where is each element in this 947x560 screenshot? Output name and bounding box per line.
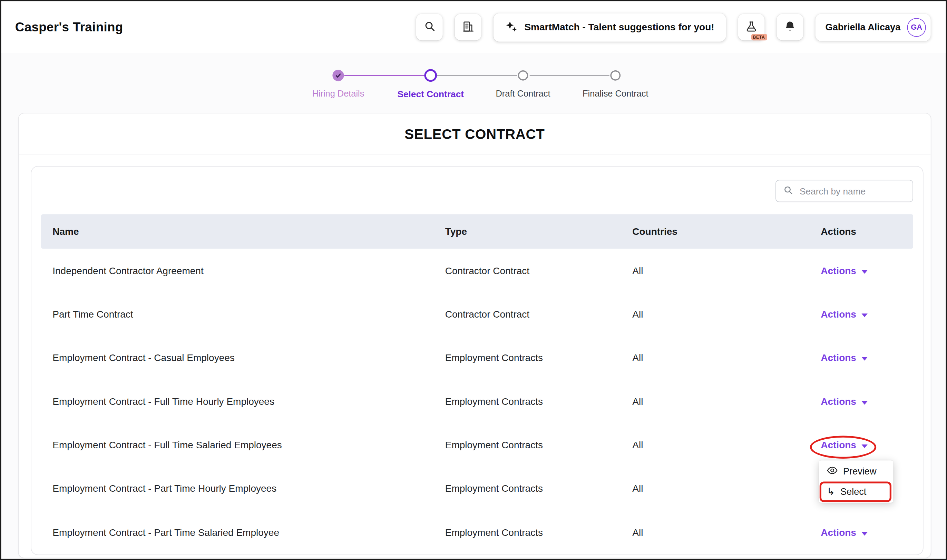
row-actions-button[interactable]: Actions — [821, 396, 868, 407]
actions-label: Actions — [821, 440, 856, 451]
table-row: Employment Contract - Full Time Salaried… — [41, 423, 913, 467]
row-actions-button[interactable]: Actions — [821, 353, 868, 364]
step-hiring-details-dot[interactable] — [332, 70, 344, 81]
search-by-name[interactable] — [776, 180, 913, 202]
contract-type: Employment Contracts — [445, 353, 632, 364]
contract-name: Part Time Contract — [52, 309, 445, 320]
contract-countries: All — [632, 353, 821, 364]
actions-dropdown-menu: Preview ↳ Select — [819, 460, 893, 503]
contract-name: Employment Contract - Full Time Salaried… — [52, 440, 445, 451]
menu-item-select[interactable]: ↳ Select — [819, 482, 893, 502]
contract-type: Employment Contracts — [445, 527, 632, 538]
company-button[interactable] — [455, 14, 481, 40]
table-header: Name Type Countries Actions — [41, 214, 913, 249]
contract-countries: All — [632, 396, 821, 407]
user-menu[interactable]: Gabriella Alicaya GA — [815, 14, 931, 41]
contract-countries: All — [632, 265, 821, 276]
row-actions-button[interactable]: Actions — [821, 265, 868, 276]
step-label-draft-contract[interactable]: Draft Contract — [472, 89, 575, 98]
menu-item-preview[interactable]: Preview — [819, 461, 893, 482]
eye-icon — [827, 466, 838, 477]
screenshot-frame: Casper's Training SmartMatch - Talent su… — [0, 0, 947, 560]
search-input[interactable] — [799, 185, 907, 197]
step-connector — [344, 75, 425, 76]
actions-label: Actions — [821, 353, 856, 364]
app-title: Casper's Training — [15, 20, 123, 34]
contract-type: Contractor Contract — [445, 265, 632, 276]
contract-type: Contractor Contract — [445, 309, 632, 320]
contract-type: Employment Contracts — [445, 396, 632, 407]
contract-name: Employment Contract - Full Time Hourly E… — [52, 396, 445, 407]
select-contract-card: SELECT CONTRACT Name Type Countries Acti… — [18, 113, 932, 558]
contract-countries: All — [632, 440, 821, 451]
column-header-actions: Actions — [821, 226, 913, 237]
notifications-button[interactable] — [776, 14, 803, 40]
progress-stepper: Hiring Details Select Contract Draft Con… — [2, 53, 946, 113]
step-label-select-contract[interactable]: Select Contract — [379, 89, 482, 99]
step-finalise-contract-dot[interactable] — [610, 70, 620, 81]
step-select-contract-dot[interactable] — [424, 69, 437, 82]
magnifier-icon — [784, 185, 793, 197]
table-row: Employment Contract - Full Time Hourly E… — [41, 380, 913, 424]
chevron-down-icon — [861, 265, 868, 276]
search-icon — [424, 21, 435, 34]
contract-countries: All — [632, 484, 821, 495]
actions-label: Actions — [821, 265, 856, 276]
chevron-down-icon — [861, 396, 868, 407]
chevron-down-icon — [861, 309, 868, 320]
contract-type: Employment Contracts — [445, 484, 632, 495]
contract-name: Employment Contract - Casual Employees — [52, 353, 445, 364]
chevron-down-icon — [861, 353, 868, 364]
table-row: Part Time Contract Contractor Contract A… — [41, 292, 913, 336]
contract-countries: All — [632, 527, 821, 538]
app-header: Casper's Training SmartMatch - Talent su… — [2, 2, 946, 54]
contracts-panel: Name Type Countries Actions Independent … — [31, 166, 924, 555]
user-name: Gabriella Alicaya — [825, 22, 901, 33]
search-row — [41, 180, 913, 202]
beta-badge: BETA — [751, 34, 767, 40]
contract-name: Independent Contractor Agreement — [52, 265, 445, 276]
table-row: Independent Contractor Agreement Contrac… — [41, 249, 913, 293]
contract-type: Employment Contracts — [445, 440, 632, 451]
step-label-hiring-details[interactable]: Hiring Details — [287, 89, 390, 98]
chevron-down-icon — [861, 440, 868, 451]
avatar: GA — [907, 18, 926, 37]
column-header-countries: Countries — [632, 226, 821, 237]
arrow-branch-icon: ↳ — [827, 487, 835, 497]
actions-label: Actions — [821, 309, 856, 320]
step-label-finalise-contract[interactable]: Finalise Contract — [564, 89, 667, 98]
row-actions-button[interactable]: Actions — [821, 527, 868, 538]
column-header-name: Name — [52, 226, 445, 237]
step-draft-contract-dot[interactable] — [518, 70, 528, 81]
search-button[interactable] — [416, 14, 443, 40]
column-header-type: Type — [445, 226, 632, 237]
building-icon — [462, 20, 474, 34]
page-title: SELECT CONTRACT — [19, 114, 931, 154]
labs-beta-button[interactable]: BETA — [738, 14, 764, 40]
row-actions-button[interactable]: Actions — [821, 309, 868, 320]
table-row: Employment Contract - Casual Employees E… — [41, 336, 913, 380]
sparkles-icon — [505, 20, 518, 35]
contract-name: Employment Contract - Part Time Hourly E… — [52, 484, 445, 495]
bell-icon — [784, 20, 796, 34]
actions-label: Actions — [821, 527, 856, 538]
contract-countries: All — [632, 309, 821, 320]
menu-item-label: Preview — [843, 466, 876, 477]
table-row: Employment Contract - Part Time Hourly E… — [41, 467, 913, 511]
row-actions-button-open[interactable]: Actions — [821, 440, 868, 451]
table-row: Employment Contract - Part Time Salaried… — [41, 511, 913, 555]
smartmatch-label: SmartMatch - Talent suggestions for you! — [524, 22, 714, 33]
flask-icon — [745, 20, 757, 34]
actions-label: Actions — [821, 396, 856, 407]
check-icon — [335, 70, 341, 81]
menu-item-label: Select — [841, 486, 866, 498]
contract-name: Employment Contract - Part Time Salaried… — [52, 527, 445, 538]
smartmatch-button[interactable]: SmartMatch - Talent suggestions for you! — [494, 13, 726, 42]
step-connector — [437, 75, 517, 76]
header-actions: SmartMatch - Talent suggestions for you!… — [416, 13, 931, 42]
step-connector — [530, 75, 609, 76]
chevron-down-icon — [861, 527, 868, 538]
